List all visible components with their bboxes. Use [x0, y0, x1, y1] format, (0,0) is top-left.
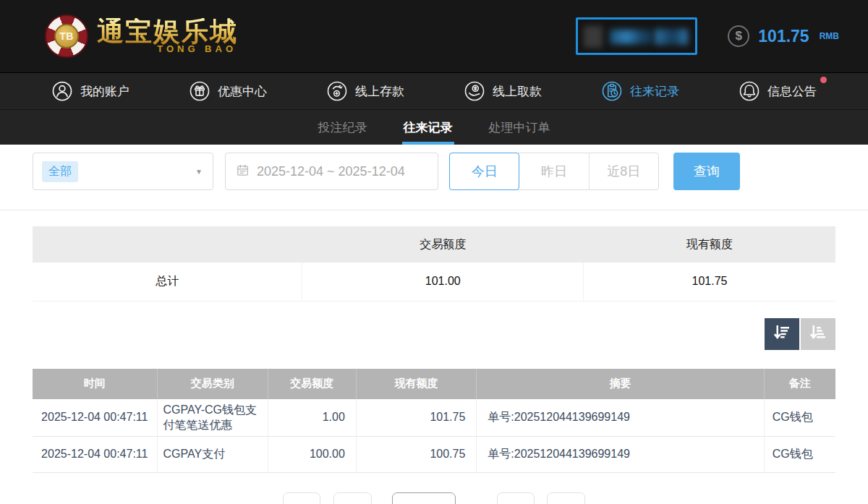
col-note: 备注	[764, 369, 835, 399]
quick-range-yesterday[interactable]: 昨日	[519, 153, 589, 189]
nav-label: 线上存款	[355, 83, 404, 100]
summary-transaction-total: 101.00	[302, 262, 584, 301]
sort-descending-icon	[771, 322, 793, 346]
tab-transaction-records[interactable]: 往来记录	[402, 110, 454, 145]
page: TB 通宝娱乐城 TONG BAO $ 101.75 RMB	[0, 0, 868, 504]
records-icon	[601, 80, 623, 102]
filter-bar: 全部 ▼ 2025-12-04 ~ 2025-12-04 今日 昨日 近8日	[33, 153, 835, 190]
cell-amount: 100.00	[268, 436, 356, 472]
nav-label: 往来记录	[630, 83, 679, 100]
chevron-down-icon: ▼	[195, 168, 203, 176]
tab-label: 投注纪录	[318, 119, 367, 136]
nav-item-transaction-records[interactable]: 往来记录	[601, 80, 679, 102]
tab-label: 往来记录	[404, 119, 453, 136]
pagination-next-button[interactable]	[497, 492, 535, 504]
site-title: 通宝娱乐城	[97, 18, 238, 45]
nav-item-announcements[interactable]: 信息公告	[739, 80, 817, 102]
balance-amount: 101.75	[758, 27, 809, 46]
col-time: 时间	[33, 369, 157, 399]
bell-icon	[739, 80, 760, 102]
cell-type: CGPAY支付	[157, 436, 268, 472]
pagination-first-button[interactable]	[283, 492, 320, 504]
cell-time: 2025-12-04 00:47:11	[33, 399, 157, 437]
category-select[interactable]: 全部 ▼	[33, 153, 213, 190]
pagination	[33, 492, 835, 504]
summary-balance-total: 101.75	[583, 262, 835, 301]
redacted-avatar	[584, 26, 603, 48]
gift-icon	[189, 80, 210, 102]
username-redacted[interactable]	[576, 17, 697, 55]
pagination-prev-button[interactable]	[333, 492, 372, 504]
quick-range-today[interactable]: 今日	[449, 153, 519, 190]
sort-descending-button[interactable]	[765, 318, 799, 350]
balance-currency: RMB	[820, 31, 839, 41]
nav-item-my-account[interactable]: 我的账户	[51, 80, 129, 102]
withdraw-icon	[464, 80, 485, 102]
col-type: 交易类别	[157, 369, 268, 399]
dollar-coin-icon: $	[728, 25, 749, 47]
redacted-text	[610, 30, 652, 44]
summary-header-balance: 现有额度	[583, 226, 835, 262]
divider	[0, 210, 868, 210]
date-range-value: 2025-12-04 ~ 2025-12-04	[257, 164, 405, 179]
summary-header-row: 交易额度 现有额度	[33, 226, 835, 262]
table-row: 2025-12-04 00:47:11 CGPAY支付 100.00 100.7…	[33, 436, 835, 472]
summary-header-transaction: 交易额度	[302, 226, 584, 262]
cell-note: CG钱包	[764, 399, 835, 437]
quick-range-last8days[interactable]: 近8日	[590, 153, 658, 189]
cell-type: CGPAY-CG钱包支付笔笔送优惠	[157, 399, 268, 437]
sort-ascending-icon	[807, 322, 829, 346]
date-range-input[interactable]: 2025-12-04 ~ 2025-12-04	[225, 153, 438, 190]
summary-total-label: 总计	[33, 262, 302, 301]
notification-badge	[820, 77, 827, 83]
subnav-tabs: 投注纪录 往来记录 处理中订单	[0, 109, 868, 145]
main-content: 全部 ▼ 2025-12-04 ~ 2025-12-04 今日 昨日 近8日	[0, 153, 868, 504]
chip-monogram: TB	[54, 24, 79, 48]
tab-betting-records[interactable]: 投注纪录	[317, 110, 369, 145]
summary-header-empty	[33, 226, 302, 262]
tab-label: 处理中订单	[489, 119, 550, 136]
col-balance: 现有额度	[356, 369, 477, 399]
user-icon	[51, 80, 73, 102]
col-amount: 交易额度	[268, 369, 356, 399]
nav-item-withdraw[interactable]: 线上取款	[464, 80, 542, 102]
table-row: 2025-12-04 00:47:11 CGPAY-CG钱包支付笔笔送优惠 1.…	[33, 399, 835, 437]
category-selected-tag: 全部	[42, 161, 78, 182]
calendar-icon	[236, 163, 250, 180]
deposit-icon	[326, 80, 348, 102]
cell-summary: 单号:202512044139699149	[477, 436, 764, 472]
site-subtitle: TONG BAO	[97, 43, 238, 54]
site-logo[interactable]: TB 通宝娱乐城 TONG BAO	[45, 14, 238, 58]
transactions-table: 时间 交易类别 交易额度 现有额度 摘要 备注 2025-12-04 00:47…	[33, 369, 835, 473]
quick-range-group: 今日 昨日 近8日	[449, 153, 659, 190]
pagination-last-button[interactable]	[547, 492, 585, 504]
cell-balance: 100.75	[356, 436, 477, 472]
redacted-text	[655, 29, 688, 45]
sort-ascending-button[interactable]	[801, 318, 835, 350]
nav-item-promotions[interactable]: 优惠中心	[189, 80, 267, 102]
summary-table: 交易额度 现有额度 总计 101.00 101.75	[33, 226, 835, 302]
nav-label: 我的账户	[80, 83, 129, 100]
nav-label: 信息公告	[767, 83, 817, 100]
casino-chip-icon: TB	[45, 14, 88, 58]
nav-item-deposit[interactable]: 线上存款	[326, 80, 404, 102]
nav-label: 优惠中心	[218, 83, 267, 100]
cell-time: 2025-12-04 00:47:11	[33, 436, 157, 472]
main-nav: 我的账户 优惠中心	[0, 72, 868, 109]
tab-pending-orders[interactable]: 处理中订单	[488, 110, 552, 145]
nav-label: 线上取款	[493, 83, 542, 100]
search-button[interactable]: 查询	[673, 153, 740, 190]
top-header: TB 通宝娱乐城 TONG BAO $ 101.75 RMB	[0, 0, 868, 72]
cell-amount: 1.00	[268, 399, 356, 437]
logo-text: 通宝娱乐城 TONG BAO	[97, 18, 238, 54]
header-right: $ 101.75 RMB	[576, 17, 839, 55]
summary-total-row: 总计 101.00 101.75	[33, 262, 835, 301]
account-balance: $ 101.75 RMB	[728, 25, 839, 47]
col-summary: 摘要	[477, 369, 764, 399]
cell-balance: 101.75	[356, 399, 477, 437]
cell-note: CG钱包	[764, 436, 835, 472]
pagination-page-select[interactable]	[392, 492, 456, 504]
table-header-row: 时间 交易类别 交易额度 现有额度 摘要 备注	[33, 369, 835, 399]
cell-summary: 单号:202512044139699149	[477, 399, 764, 437]
sort-controls	[33, 318, 835, 350]
